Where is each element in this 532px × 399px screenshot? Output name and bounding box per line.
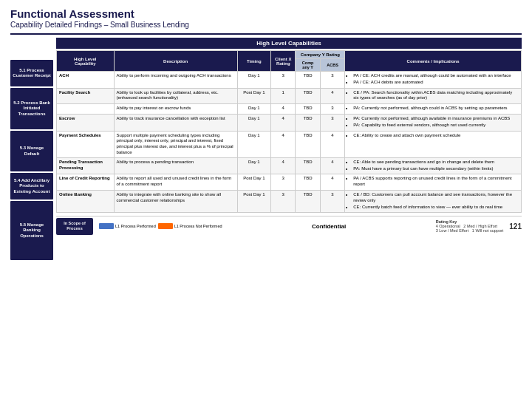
cell-comments: CE: Ability to create and attach own pay… xyxy=(345,131,522,157)
cell-comp-y: TBD xyxy=(296,88,320,104)
cell-comments: CE: Able to see pending transactions and… xyxy=(345,157,522,174)
cell-acbs: 3 xyxy=(320,104,344,115)
cell-timing: Day 1 xyxy=(237,157,270,174)
th-company-y-rating: Company Y Rating xyxy=(296,51,345,59)
cell-comp-y: TBD xyxy=(296,131,320,157)
process-key-box: In Scope of Process xyxy=(56,218,93,234)
cell-timing: Post Day 1 xyxy=(237,190,270,212)
main-table: High LevelCapability Description Timing … xyxy=(56,50,522,213)
th-client-rating: Client X Rating xyxy=(271,51,296,72)
cell-description: Support multiple payment scheduling type… xyxy=(114,131,237,157)
cell-timing: Day 1 xyxy=(237,131,270,157)
cell-capability: Line of Credit Reporting xyxy=(57,174,115,191)
cell-comp-y: TBD xyxy=(296,72,320,89)
rating-item-1: 1 Will not support xyxy=(472,228,504,233)
cell-client-rating: 4 xyxy=(271,104,296,115)
sidebar-item-s4: 5.4 Add Ancillary Products to Existing A… xyxy=(10,173,53,200)
cell-client-rating: 4 xyxy=(271,114,296,131)
footer: In Scope of Process L1 Process Performed… xyxy=(56,216,522,234)
cell-client-rating: 4 xyxy=(271,131,296,157)
cell-comp-y: TBD xyxy=(296,174,320,191)
cell-client-rating: 3 xyxy=(271,72,296,89)
sidebar-item-s3: 5.3 Manage Default xyxy=(10,131,53,171)
cell-capability: Online Banking xyxy=(57,190,115,212)
high-level-header: High Level Capabilities xyxy=(56,38,522,49)
cell-timing: Day 1 xyxy=(237,114,270,131)
page-subtitle: Capability Detailed Findings – Small Bus… xyxy=(10,21,522,29)
cell-capability: Facility Search xyxy=(57,88,115,104)
cell-capability: ACH xyxy=(57,72,115,89)
legend-color-not-performed xyxy=(158,223,173,229)
sidebar-item-s2: 5.2 Process Bank Initiated Transactions xyxy=(10,88,53,129)
cell-acbs: 4 xyxy=(320,131,344,157)
cell-description: Ability to look up facilities by collate… xyxy=(114,88,237,104)
table-row: Line of Credit Reporting Ability to repo… xyxy=(57,174,522,191)
cell-acbs: 4 xyxy=(320,174,344,191)
legend-color-performed xyxy=(99,223,114,229)
cell-description: Ability to track insurance cancellation … xyxy=(114,114,237,131)
th-capability: High LevelCapability xyxy=(57,51,115,72)
table-row: Online Banking Ability to integrate with… xyxy=(57,190,522,212)
cell-acbs: 3 xyxy=(320,72,344,89)
legend-label-performed: L1 Process Performed xyxy=(115,224,156,228)
cell-comp-y: TBD xyxy=(296,114,320,131)
cell-comp-y: TBD xyxy=(296,104,320,115)
cell-timing: Post Day 1 xyxy=(237,174,270,191)
page: Functional Assessment Capability Detaile… xyxy=(0,0,532,399)
th-comp-any-y: Comp any Y xyxy=(296,59,320,72)
cell-client-rating: 1 xyxy=(271,88,296,104)
table-row: ACH Ability to perform incoming and outg… xyxy=(57,72,522,89)
page-number: 121 xyxy=(509,222,522,231)
cell-client-rating: 3 xyxy=(271,174,296,191)
sidebar-item-s1: 5.1 Process Customer Receipt xyxy=(10,60,53,86)
confidential-label: Confidential xyxy=(228,223,430,230)
cell-acbs: 3 xyxy=(320,114,344,131)
legend-item-performed: L1 Process Performed xyxy=(99,223,156,229)
table-body: ACH Ability to perform incoming and outg… xyxy=(57,72,522,213)
cell-comp-y: TBD xyxy=(296,157,320,174)
cell-client-rating: 3 xyxy=(271,190,296,212)
cell-comments: CE / BD: Customers can pull account bala… xyxy=(345,190,522,212)
cell-acbs: 3 xyxy=(320,190,344,212)
th-comments: Comments / Implications xyxy=(345,51,522,72)
cell-comments: PA / CE: ACH credits are manual, althoug… xyxy=(345,72,522,89)
main-content: 5.1 Process Customer Receipt 5.2 Process… xyxy=(10,38,522,393)
cell-description: Ability to pay interest on escrow funds xyxy=(114,104,237,115)
cell-acbs: 4 xyxy=(320,88,344,104)
cell-description: Ability to process a pending transaction xyxy=(114,157,237,174)
sidebar-item-s5: 5.5 Manage Banking Operations xyxy=(10,201,53,260)
table-row: Facility Search Ability to look up facil… xyxy=(57,88,522,104)
th-timing: Timing xyxy=(237,51,270,72)
cell-comp-y: TBD xyxy=(296,190,320,212)
cell-capability xyxy=(57,104,115,115)
legend-label-not-performed: L1 Process Not Performed xyxy=(174,224,222,228)
cell-comments: PA: Currently not performed, although av… xyxy=(345,114,522,131)
cell-description: Ability to integrate with online banking… xyxy=(114,190,237,212)
cell-client-rating: 4 xyxy=(271,157,296,174)
cell-timing: Day 1 xyxy=(237,72,270,89)
rating-item-3: 3 Low / Med Effort xyxy=(436,228,469,233)
cell-capability: Pending Transaction Processing xyxy=(57,157,115,174)
table-row: Escrow Ability to track insurance cancel… xyxy=(57,114,522,131)
legend-box: L1 Process Performed L1 Process Not Perf… xyxy=(99,223,222,229)
cell-comments: CE / PA: Search functionality within ACB… xyxy=(345,88,522,104)
cell-acbs: 4 xyxy=(320,157,344,174)
page-title: Functional Assessment xyxy=(10,7,522,21)
cell-timing: Day 1 xyxy=(237,104,270,115)
cell-capability: Escrow xyxy=(57,114,115,131)
legend-item-not-performed: L1 Process Not Performed xyxy=(158,223,222,229)
sidebar: 5.1 Process Customer Receipt 5.2 Process… xyxy=(10,38,53,393)
cell-description: Ability to report all used and unused cr… xyxy=(114,174,237,191)
rating-key: Rating Key 4 Operational 2 Med / High Ef… xyxy=(436,219,504,233)
table-row: Payment Schedules Support multiple payme… xyxy=(57,131,522,157)
th-description: Description xyxy=(114,51,237,72)
cell-capability: Payment Schedules xyxy=(57,131,115,157)
cell-timing: Post Day 1 xyxy=(237,88,270,104)
table-area: High Level Capabilities High LevelCapabi… xyxy=(56,38,522,393)
th-acbs: ACBS xyxy=(320,59,344,72)
divider xyxy=(10,33,522,35)
table-header-row: High LevelCapability Description Timing … xyxy=(57,51,522,59)
table-row: Pending Transaction Processing Ability t… xyxy=(57,157,522,174)
table-row: Ability to pay interest on escrow funds … xyxy=(57,104,522,115)
cell-comments: PA / ACBS supports reporting on unused c… xyxy=(345,174,522,191)
